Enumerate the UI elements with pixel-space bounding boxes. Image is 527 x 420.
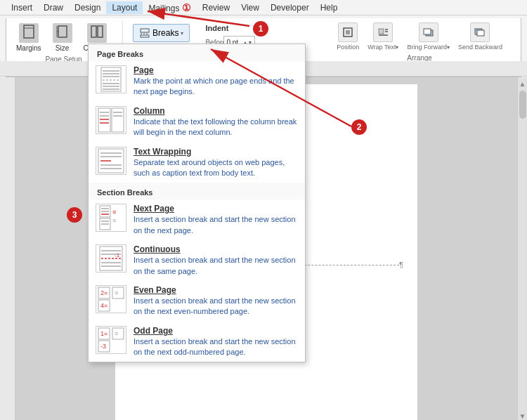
svg-text:2=: 2=	[100, 289, 108, 296]
svg-text:-3: -3	[100, 343, 106, 350]
svg-text:1=: 1=	[100, 330, 108, 337]
svg-text:≡: ≡	[115, 289, 118, 296]
wrap-text-label: Wrap Text ▾	[367, 44, 398, 51]
next-page-break-text: Next Page Insert a section break and sta…	[134, 204, 298, 236]
annotation-1: 1	[253, 21, 268, 37]
margins-button[interactable]: Margins	[12, 21, 46, 54]
send-backward-button[interactable]: Send Backward	[455, 21, 505, 52]
odd-page-break-text: Odd Page Insert a section break and star…	[134, 326, 298, 358]
wrap-text-button[interactable]: Wrap Text ▾	[365, 21, 401, 52]
menu-insert[interactable]: Insert	[6, 1, 38, 14]
menu-mailings[interactable]: Mailings ①	[143, 1, 196, 15]
svg-rect-7	[141, 29, 149, 32]
size-icon	[53, 23, 72, 43]
menu-draw[interactable]: Draw	[38, 1, 69, 14]
svg-text:≡: ≡	[112, 209, 116, 216]
menu-design[interactable]: Design	[69, 1, 106, 14]
menu-layout[interactable]: Layout	[106, 1, 143, 14]
breaks-odd-page-item[interactable]: 1= -3 ≡ Odd Page Insert a section break …	[89, 322, 305, 362]
breaks-continuous-item[interactable]: -1 Continuous Insert a section break and…	[89, 240, 305, 281]
continuous-break-text: Continuous Insert a section break and st…	[134, 244, 298, 277]
page-break-icon	[96, 65, 126, 93]
page-break-para-mark: ¶	[399, 259, 403, 272]
odd-page-break-icon: 1= -3 ≡	[96, 326, 126, 354]
bring-forward-button[interactable]: Bring Forward ▾	[404, 21, 453, 52]
next-page-break-icon: ≡ ≡	[96, 204, 126, 232]
send-backward-label: Send Backward	[458, 44, 502, 51]
continuous-break-icon: -1	[96, 244, 126, 273]
svg-rect-28	[98, 108, 110, 132]
menu-developer[interactable]: Developer	[265, 1, 315, 14]
page-break-text: Page Mark the point at which one page en…	[134, 65, 298, 98]
position-label: Position	[337, 44, 359, 51]
position-button[interactable]: Position	[334, 21, 362, 52]
breaks-text-wrapping-item[interactable]: Text Wrapping Separate text around objec…	[89, 143, 305, 183]
position-icon	[338, 22, 358, 42]
bring-forward-label: Bring Forward ▾	[407, 44, 450, 51]
indent-label: Indent	[205, 24, 255, 32]
ruler-left	[0, 77, 15, 420]
column-break-text: Column Indicate that the text following …	[134, 106, 298, 138]
menu-review[interactable]: Review	[197, 1, 235, 14]
breaks-label: Breaks	[152, 28, 178, 38]
svg-rect-19	[477, 30, 484, 36]
columns-icon	[87, 23, 107, 43]
breaks-button[interactable]: Breaks ▾	[133, 24, 190, 42]
column-break-icon	[96, 106, 126, 134]
size-button[interactable]: Size	[48, 21, 77, 54]
svg-rect-9	[141, 35, 149, 37]
svg-rect-17	[424, 29, 431, 34]
annotation-2: 2	[351, 119, 367, 135]
text-wrapping-break-text: Text Wrapping Separate text around objec…	[134, 147, 298, 179]
menu-help[interactable]: Help	[315, 1, 344, 14]
menu-bar: Insert Draw Design Layout Mailings ① Rev…	[0, 0, 527, 15]
annotation-3: 3	[67, 207, 82, 223]
svg-text:4=: 4=	[100, 302, 108, 309]
breaks-dropdown-menu: Page Breaks Page Mark the point at which…	[88, 44, 306, 362]
svg-rect-11	[346, 30, 350, 34]
menu-view[interactable]: View	[235, 1, 265, 14]
page-break-right-dash	[290, 265, 399, 265]
svg-rect-2	[58, 26, 67, 37]
svg-rect-29	[112, 108, 124, 132]
svg-rect-12	[379, 29, 384, 34]
scroll-thumb[interactable]	[519, 91, 526, 119]
svg-rect-0	[24, 25, 34, 38]
section-breaks-section-title: Section Breaks	[89, 183, 305, 199]
svg-rect-6	[98, 26, 103, 37]
ribbon-group-arrange: Position Wrap Text ▾	[334, 21, 512, 62]
svg-rect-5	[91, 26, 96, 37]
even-page-break-text: Even Page Insert a section break and sta…	[134, 285, 298, 317]
even-page-break-icon: 2= 4= ≡	[96, 285, 126, 313]
margins-icon	[19, 23, 39, 43]
svg-text:-1: -1	[115, 252, 120, 258]
page-breaks-section-title: Page Breaks	[89, 44, 305, 61]
breaks-column-item[interactable]: Column Indicate that the text following …	[89, 102, 305, 143]
bring-forward-icon	[419, 22, 438, 42]
send-backward-icon	[470, 22, 490, 42]
svg-text:≡: ≡	[112, 217, 116, 224]
breaks-next-page-item[interactable]: ≡ ≡ Next Page Insert a section break and…	[89, 199, 305, 240]
svg-text:≡: ≡	[115, 330, 118, 337]
arrange-buttons: Position Wrap Text ▾	[334, 21, 505, 52]
breaks-page-item[interactable]: Page Mark the point at which one page en…	[89, 61, 305, 102]
text-wrapping-break-icon	[96, 147, 126, 175]
vertical-scrollbar[interactable]: ▲ ▼	[517, 77, 527, 420]
breaks-even-page-item[interactable]: 2= 4= ≡ Even Page Insert a section break…	[89, 281, 305, 322]
breaks-icon	[139, 27, 150, 39]
wrap-text-icon	[373, 22, 393, 42]
breaks-dropdown-arrow: ▾	[181, 30, 183, 37]
